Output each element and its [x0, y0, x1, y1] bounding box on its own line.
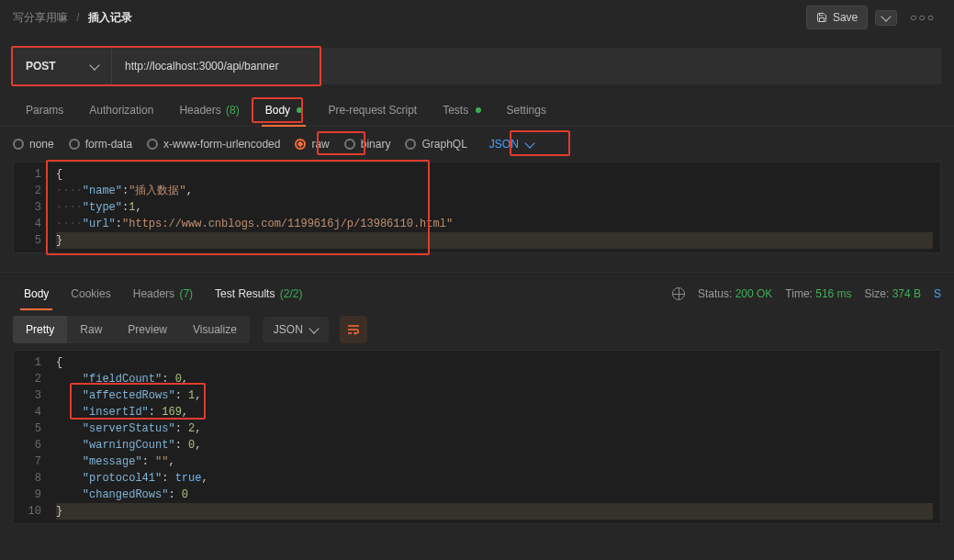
code-key: "message" — [83, 455, 142, 468]
globe-icon[interactable] — [672, 287, 685, 300]
code-key: "serverStatus" — [83, 422, 175, 435]
code-key: "protocol41" — [83, 472, 162, 485]
chevron-down-icon — [881, 11, 892, 21]
tab-authorization[interactable]: Authorization — [76, 95, 166, 126]
highlight-box — [11, 46, 321, 86]
tab-headers-count: (8) — [226, 104, 240, 117]
time-value: 516 ms — [815, 287, 851, 300]
tab-params[interactable]: Params — [13, 95, 76, 126]
radio-label: form-data — [85, 138, 132, 151]
body-type-form-data[interactable]: form-data — [69, 138, 132, 151]
radio-icon — [405, 139, 416, 150]
tab-headers[interactable]: Headers (8) — [166, 95, 252, 126]
view-raw[interactable]: Raw — [67, 316, 115, 343]
tab-prerequest[interactable]: Pre-request Script — [315, 95, 430, 126]
view-visualize[interactable]: Visualize — [180, 316, 250, 343]
response-tab-tr-label: Test Results — [215, 287, 275, 300]
tab-tests-label: Tests — [443, 104, 468, 117]
breadcrumb-current: 插入记录 — [88, 11, 132, 24]
code-token: } — [56, 505, 62, 518]
size-label: Size: — [865, 287, 890, 300]
response-tab-headers[interactable]: Headers (7) — [122, 278, 204, 309]
breadcrumb-sep: / — [76, 11, 79, 24]
radio-label: none — [29, 138, 54, 151]
tab-tests[interactable]: Tests — [430, 95, 493, 126]
time-label: Time: — [785, 287, 813, 300]
view-preview[interactable]: Preview — [115, 316, 180, 343]
wrap-lines-button[interactable] — [340, 316, 367, 343]
view-pretty[interactable]: Pretty — [13, 316, 67, 343]
response-tab-headers-count: (7) — [179, 287, 193, 300]
tab-headers-label: Headers — [179, 104, 220, 117]
editor-gutter: 12345678910 — [14, 351, 49, 523]
radio-icon — [295, 139, 306, 150]
response-view-segmented: Pretty Raw Preview Visualize — [13, 316, 250, 343]
highlight-box — [252, 97, 303, 123]
more-menu-button[interactable]: ○○○ — [904, 7, 941, 28]
response-format-label: JSON — [274, 323, 303, 336]
response-tab-body[interactable]: Body — [13, 278, 60, 309]
body-type-graphql[interactable]: GraphQL — [405, 138, 466, 151]
wrap-icon — [346, 323, 361, 336]
radio-label: GraphQL — [421, 138, 466, 151]
highlight-box — [317, 131, 365, 155]
editor-code[interactable]: { "fieldCount": 0, "affectedRows": 1, "i… — [49, 351, 940, 523]
highlight-box — [70, 383, 206, 420]
response-tab-headers-label: Headers — [133, 287, 174, 300]
body-type-none[interactable]: none — [13, 138, 54, 151]
save-button-label: Save — [833, 11, 858, 24]
tab-settings[interactable]: Settings — [494, 95, 559, 126]
dot-indicator-icon — [476, 107, 481, 113]
radio-icon — [69, 139, 80, 150]
response-body-editor[interactable]: 12345678910 { "fieldCount": 0, "affected… — [13, 350, 941, 524]
chevron-down-icon — [309, 323, 319, 333]
editor-gutter: 12345 — [14, 162, 49, 252]
radio-label: x-www-form-urlencoded — [163, 138, 280, 151]
response-tab-cookies[interactable]: Cookies — [60, 278, 121, 309]
response-meta: Status: 200 OK Time: 516 ms Size: 374 B … — [672, 287, 941, 300]
body-type-x-www[interactable]: x-www-form-urlencoded — [147, 138, 280, 151]
radio-icon — [13, 139, 24, 150]
save-response-button[interactable]: S — [934, 287, 941, 300]
code-number: 0 — [182, 488, 188, 501]
response-format-select[interactable]: JSON — [263, 317, 329, 342]
response-tab-tr-count: (2/2) — [280, 287, 303, 300]
highlight-box — [46, 160, 430, 255]
breadcrumb: 写分享用嘛 / 插入记录 — [13, 10, 132, 26]
status-value: 200 OK — [735, 287, 773, 300]
breadcrumb-parent[interactable]: 写分享用嘛 — [13, 11, 68, 24]
code-token: { — [56, 356, 62, 369]
code-key: "warningCount" — [83, 439, 175, 452]
code-bool: true — [175, 472, 202, 485]
size-value: 374 B — [892, 287, 921, 300]
save-button[interactable]: Save — [806, 6, 868, 29]
save-icon — [816, 12, 827, 23]
code-string: "" — [155, 455, 168, 468]
save-dropdown-button[interactable] — [875, 10, 897, 26]
radio-icon — [147, 139, 158, 150]
status-label: Status: — [698, 287, 732, 300]
code-key: "changedRows" — [83, 488, 169, 501]
highlight-box — [510, 130, 570, 156]
response-tab-test-results[interactable]: Test Results (2/2) — [204, 278, 313, 309]
